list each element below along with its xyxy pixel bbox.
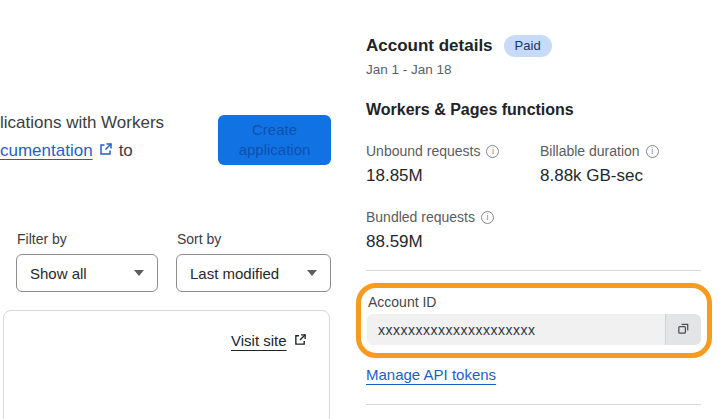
visit-site-link[interactable]: Visit site	[231, 332, 287, 349]
workers-pages-dashboard: lications with Workers cumentation to Cr…	[0, 0, 718, 419]
intro-line1: lications with Workers	[0, 113, 164, 133]
copy-account-id-button[interactable]	[665, 314, 701, 345]
stat-value: 18.85M	[366, 166, 536, 186]
billing-date-range: Jan 1 - Jan 18	[366, 62, 452, 77]
filter-by-label: Filter by	[17, 231, 67, 247]
stat-unbound-requests: Unbound requests i 18.85M	[366, 143, 536, 186]
external-link-icon	[99, 141, 113, 161]
stat-label: Billable duration	[540, 143, 640, 159]
stat-bundled-requests: Bundled requests i 88.59M	[366, 209, 536, 252]
create-application-button[interactable]: Create application	[218, 115, 331, 165]
filter-dropdown[interactable]: Show all	[16, 254, 158, 292]
chevron-down-icon	[307, 270, 317, 276]
account-id-label: Account ID	[368, 294, 436, 310]
paid-plan-badge: Paid	[504, 35, 552, 57]
stat-label: Unbound requests	[366, 143, 480, 159]
account-details-title: Account details	[366, 36, 493, 56]
stat-label: Bundled requests	[366, 209, 475, 225]
sort-dropdown-value: Last modified	[190, 265, 279, 282]
stat-billable-duration: Billable duration i 8.88k GB-sec	[540, 143, 710, 186]
account-id-input[interactable]	[367, 314, 665, 345]
intro-text: lications with Workers cumentation to	[0, 113, 164, 161]
project-card: Visit site	[3, 310, 330, 419]
divider	[366, 270, 701, 271]
sort-dropdown[interactable]: Last modified	[176, 254, 331, 292]
stat-value: 8.88k GB-sec	[540, 166, 710, 186]
info-icon[interactable]: i	[481, 211, 494, 224]
documentation-link[interactable]: cumentation	[0, 141, 93, 161]
external-link-icon	[294, 332, 307, 349]
divider	[366, 404, 701, 405]
stat-value: 88.59M	[366, 232, 536, 252]
workers-pages-functions-title: Workers & Pages functions	[366, 101, 574, 119]
info-icon[interactable]: i	[646, 145, 659, 158]
sort-by-label: Sort by	[177, 231, 221, 247]
manage-api-tokens-link[interactable]: Manage API tokens	[366, 366, 496, 383]
filter-dropdown-value: Show all	[30, 265, 87, 282]
copy-icon	[676, 321, 691, 339]
account-id-field-group	[367, 314, 701, 345]
chevron-down-icon	[134, 270, 144, 276]
intro-after: to	[119, 141, 133, 161]
info-icon[interactable]: i	[486, 145, 499, 158]
